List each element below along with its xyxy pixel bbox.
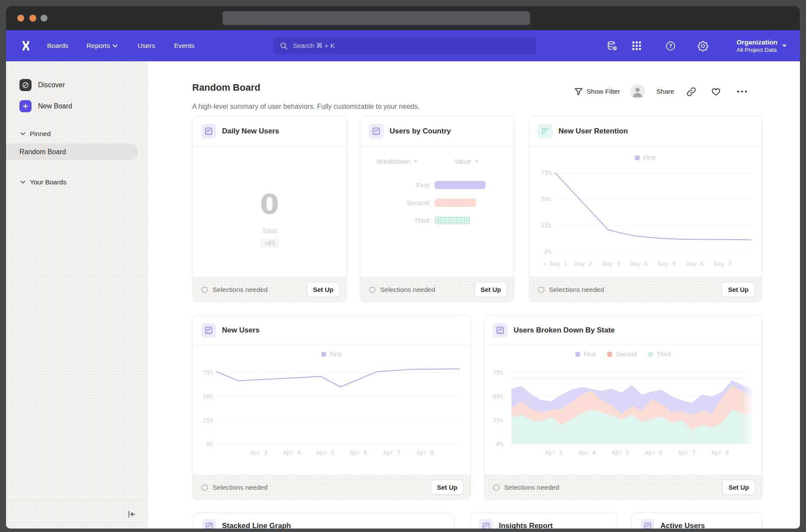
mixpanel-logo-icon[interactable]	[19, 38, 32, 53]
sidebar-section-your-boards-label: Your Boards	[30, 178, 67, 186]
window-titlebar	[6, 6, 800, 30]
insights-chart-icon	[201, 323, 216, 338]
sidebar-item-new-board[interactable]: New Board	[19, 100, 72, 112]
screen: Boards Reports Users Events ?	[0, 0, 806, 532]
org-switcher[interactable]: Organization All Project Data	[736, 38, 787, 54]
state-area-chart[interactable]	[511, 368, 752, 444]
metric-label: Total	[193, 227, 346, 235]
x-tick: Apr 8	[407, 449, 443, 456]
global-search[interactable]	[274, 37, 536, 54]
legend-swatch	[321, 352, 326, 357]
help-icon[interactable]: ?	[665, 40, 676, 51]
apps-grid-icon[interactable]	[631, 40, 642, 51]
card-stacked-line-graph: Stacked Line Graph	[193, 512, 454, 529]
y-tick: 50%	[194, 393, 213, 400]
breakdown-column-header[interactable]: Breakdown	[377, 158, 418, 165]
set-up-button[interactable]: Set Up	[307, 282, 340, 297]
card-title: Stacked Line Graph	[222, 522, 291, 529]
x-tick: Apr 7	[669, 449, 705, 456]
metric-value: 0	[193, 184, 346, 225]
svg-text:?: ?	[669, 43, 672, 49]
card-title: Users by Country	[390, 127, 451, 136]
x-tick: Apr 5	[307, 449, 343, 456]
set-up-button[interactable]: Set Up	[722, 480, 755, 495]
window-close-button[interactable]	[17, 15, 24, 22]
search-icon	[280, 42, 288, 50]
card-title: New User Retention	[558, 127, 628, 136]
window-minimize-button[interactable]	[29, 15, 36, 22]
card-header: Users Broken Down By State	[484, 315, 762, 345]
collapse-left-icon	[127, 509, 137, 519]
chevron-down-icon	[20, 180, 25, 184]
metric-delta-badge: ↑0%	[260, 238, 279, 248]
copy-link-icon[interactable]	[686, 87, 696, 97]
new-users-line-chart[interactable]	[216, 368, 460, 444]
sidebar-item-random-board-label: Random Board	[19, 148, 66, 156]
card-title: Daily New Users	[222, 127, 279, 136]
set-up-button[interactable]: Set Up	[474, 282, 507, 297]
nav-item-boards[interactable]: Boards	[47, 42, 68, 50]
settings-gear-icon[interactable]	[697, 40, 708, 51]
radio-circle-icon	[201, 286, 208, 293]
y-tick: 0%	[194, 440, 213, 448]
legend-label: First	[643, 154, 655, 161]
bar-value	[435, 216, 470, 225]
bar-value	[435, 199, 476, 207]
nav-item-events-label: Events	[174, 42, 194, 50]
card-footer: Selections needed Set Up	[360, 277, 514, 302]
card-title: Users Broken Down By State	[514, 326, 615, 335]
legend-swatch	[575, 352, 580, 357]
x-tick: Apr 7	[374, 449, 410, 456]
set-up-button[interactable]: Set Up	[722, 282, 755, 297]
nav-item-reports[interactable]: Reports	[86, 42, 117, 50]
value-column-label: Value	[454, 158, 471, 165]
bar-row-label: Second	[377, 199, 429, 207]
card-title: Insights Report	[499, 522, 553, 529]
avatar[interactable]	[630, 84, 645, 99]
card-status: Selections needed	[493, 484, 559, 491]
y-tick: 75%	[533, 169, 552, 177]
sidebar-collapse-button[interactable]	[126, 509, 137, 520]
window-zoom-button[interactable]	[41, 15, 48, 22]
x-tick: Apr 4	[274, 449, 310, 456]
card-status: Selections needed	[201, 286, 268, 294]
bar-row-label: First	[377, 181, 429, 190]
sidebar-footer-divider	[6, 500, 148, 500]
share-button[interactable]: Share	[657, 88, 674, 95]
more-options-icon[interactable]	[736, 89, 748, 94]
card-header: Users by Country	[360, 116, 514, 146]
card-header: Stacked Line Graph	[194, 513, 454, 529]
filter-funnel-icon[interactable]	[574, 87, 583, 96]
search-input[interactable]	[292, 41, 530, 50]
sidebar-item-random-board[interactable]: Random Board	[6, 143, 138, 160]
radio-circle-icon	[538, 286, 545, 293]
y-tick: 0%	[484, 440, 503, 448]
card-footer: Selections needed Set Up	[193, 277, 346, 302]
compass-icon	[19, 79, 32, 91]
radio-circle-icon	[201, 484, 208, 491]
retention-line-chart[interactable]	[555, 168, 751, 252]
card-status-label: Selections needed	[549, 286, 604, 294]
org-name: Organization	[736, 38, 777, 46]
main-content: Random Board A high-level summary of use…	[148, 61, 800, 529]
show-filter-button[interactable]: Show Filter	[587, 88, 620, 95]
sidebar-item-discover-label: Discover	[38, 81, 65, 89]
data-management-icon[interactable]	[606, 40, 618, 51]
favorite-heart-icon[interactable]	[711, 87, 721, 97]
set-up-button[interactable]: Set Up	[431, 480, 463, 495]
chart-legend: First	[193, 351, 470, 358]
chart-legend: First	[529, 154, 762, 161]
address-bar[interactable]	[222, 11, 530, 25]
nav-item-events[interactable]: Events	[174, 42, 194, 50]
legend-swatch	[635, 155, 640, 160]
value-column-header[interactable]: Value	[454, 158, 479, 165]
x-tick: Day 7	[704, 260, 741, 267]
card-users-by-country: Users by Country Breakdown Value First S…	[360, 116, 514, 302]
top-navbar: Boards Reports Users Events ?	[6, 30, 800, 61]
nav-item-users[interactable]: Users	[137, 42, 155, 50]
card-status: Selections needed	[369, 286, 435, 294]
sidebar-section-your-boards[interactable]: Your Boards	[20, 178, 67, 187]
sidebar-section-pinned-label: Pinned	[30, 130, 51, 138]
sidebar-section-pinned[interactable]: Pinned	[20, 130, 51, 138]
sidebar-item-discover[interactable]: Discover	[19, 79, 65, 91]
